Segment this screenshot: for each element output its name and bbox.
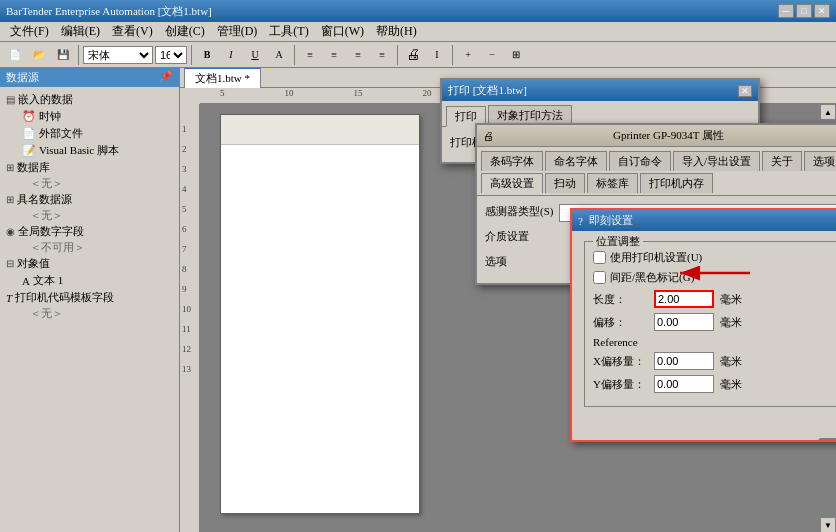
font-select[interactable]: 宋体	[83, 46, 153, 64]
printer-tab-custom[interactable]: 自订命令	[609, 151, 671, 171]
printer-tab-advanced[interactable]: 高级设置	[481, 173, 543, 193]
print-dialog-title-text: 打印 [文档1.btw]	[448, 83, 527, 98]
align-right-button[interactable]: ≡	[347, 45, 369, 65]
x-offset-unit: 毫米	[720, 354, 742, 369]
printer-tab-scan[interactable]: 扫动	[545, 173, 585, 193]
printer-tab-about[interactable]: 关于	[762, 151, 802, 171]
sidebar-item-external-file[interactable]: 📄 外部文件	[18, 125, 177, 142]
save-button[interactable]: 💾	[52, 45, 74, 65]
x-offset-label: X偏移量：	[593, 354, 648, 369]
sidebar-item-global[interactable]: ◉ 全局数字字段	[2, 223, 177, 240]
title-bar: BarTender Enterprise Automation [文档1.btw…	[0, 0, 836, 22]
sidebar-template-empty: ＜无＞	[2, 306, 177, 321]
align-left-button[interactable]: ≡	[299, 45, 321, 65]
use-printer-settings-label: 使用打印机设置(U)	[610, 250, 702, 265]
sidebar-db-empty: ＜无＞	[2, 176, 177, 191]
expand-named-icon: ⊞	[6, 194, 14, 205]
printer-tab-barcode[interactable]: 条码字体	[481, 151, 543, 171]
align-justify-button[interactable]: ≡	[371, 45, 393, 65]
menu-bar: 文件(F) 编辑(E) 查看(V) 创建(C) 管理(D) 工具(T) 窗口(W…	[0, 22, 836, 42]
sensor-label: 感测器类型(S)	[485, 204, 553, 219]
sidebar-item-database[interactable]: ⊞ 数据库	[2, 159, 177, 176]
printer-dialog-title-icon: 🖨	[483, 130, 494, 142]
zoom-out-button[interactable]: −	[481, 45, 503, 65]
sidebar-item-vbscript[interactable]: 📝 Visual Basic 脚本	[18, 142, 177, 159]
gap-label: 间距/黑色标记(G)	[610, 270, 694, 285]
toolbar-sep3	[294, 45, 295, 65]
bold-button[interactable]: B	[196, 45, 218, 65]
app-title: BarTender Enterprise Automation [文档1.btw…	[6, 4, 778, 19]
y-offset-row: Y偏移量： 毫米	[593, 375, 836, 393]
sidebar-item-embedded[interactable]: ▤ 嵌入的数据	[2, 91, 177, 108]
font-color-button[interactable]: A	[268, 45, 290, 65]
menu-window[interactable]: 窗口(W)	[315, 21, 370, 42]
stamp-close-button[interactable]: 关闭	[818, 415, 836, 440]
barcode-button[interactable]: I	[426, 45, 448, 65]
vb-icon: 📝	[22, 144, 36, 157]
maximize-button[interactable]: □	[796, 4, 812, 18]
align-center-button[interactable]: ≡	[323, 45, 345, 65]
external-file-label: 外部文件	[39, 126, 83, 141]
sidebar-pin-icon[interactable]: 📌	[159, 70, 173, 85]
length-input[interactable]	[654, 290, 714, 308]
font-size-select[interactable]: 16	[155, 46, 187, 64]
sidebar-item-object[interactable]: ⊟ 对象值	[2, 255, 177, 272]
length-label: 长度：	[593, 292, 648, 307]
menu-help[interactable]: 帮助(H)	[370, 21, 423, 42]
template-icon: T	[6, 292, 12, 304]
underline-button[interactable]: U	[244, 45, 266, 65]
gap-settings-row: 间距/黑色标记(G)	[593, 270, 836, 285]
open-button[interactable]: 📂	[28, 45, 50, 65]
print-dialog-close-button[interactable]: ✕	[738, 85, 752, 97]
sidebar-item-text1[interactable]: A 文本 1	[18, 272, 177, 289]
sidebar-item-template[interactable]: T 打印机代码模板字段	[2, 289, 177, 306]
offset-input[interactable]	[654, 313, 714, 331]
sidebar-header: 数据源 📌	[0, 68, 179, 87]
x-offset-row: X偏移量： 毫米	[593, 352, 836, 370]
sidebar-item-named[interactable]: ⊞ 具名数据源	[2, 191, 177, 208]
printer-tabs: 条码字体 命名字体 自订命令 导入/导出设置 关于 选项 高级设置 扫动 标签库…	[477, 147, 836, 196]
dialog-overlay: 打印 [文档1.btw] ✕ 打印 对象打印方法 打印机: 🖨 Gprinte	[180, 68, 836, 532]
x-offset-input[interactable]	[654, 352, 714, 370]
use-printer-settings-checkbox[interactable]	[593, 251, 606, 264]
file-icon: 📄	[22, 127, 36, 140]
media-label: 介质设置	[485, 229, 529, 244]
menu-file[interactable]: 文件(F)	[4, 21, 55, 42]
close-button-app[interactable]: ✕	[814, 4, 830, 18]
sidebar: 数据源 📌 ▤ 嵌入的数据 ⏰ 时钟 📄 外部文件 📝 Visual Basi	[0, 68, 180, 532]
expand-global-icon: ◉	[6, 226, 15, 237]
new-button[interactable]: 📄	[4, 45, 26, 65]
main-area: 数据源 📌 ▤ 嵌入的数据 ⏰ 时钟 📄 外部文件 📝 Visual Basi	[0, 68, 836, 532]
sidebar-item-clock[interactable]: ⏰ 时钟	[18, 108, 177, 125]
printer-tab-import[interactable]: 导入/导出设置	[673, 151, 760, 171]
toolbar-sep2	[191, 45, 192, 65]
printer-tab-label-lib[interactable]: 标签库	[587, 173, 638, 193]
stamp-body: 位置调整 使用打印机设置(U) 间距/黑色标记(G) 长度： 毫	[572, 231, 836, 425]
gap-checkbox[interactable]	[593, 271, 606, 284]
sidebar-global-empty: ＜不可用＞	[2, 240, 177, 255]
printer-tab-memory[interactable]: 打印机内存	[640, 173, 713, 193]
minimize-button[interactable]: ─	[778, 4, 794, 18]
menu-view[interactable]: 查看(V)	[106, 21, 159, 42]
expand-icon: ▤	[6, 94, 15, 105]
printer-dialog-title-text: Gprinter GP-9034T 属性	[613, 128, 724, 143]
zoom-in-button[interactable]: +	[457, 45, 479, 65]
grid-button[interactable]: ⊞	[505, 45, 527, 65]
y-offset-input[interactable]	[654, 375, 714, 393]
printer-tab-options[interactable]: 选项	[804, 151, 836, 171]
toolbar-sep4	[397, 45, 398, 65]
use-printer-settings-row: 使用打印机设置(U)	[593, 250, 836, 265]
menu-edit[interactable]: 编辑(E)	[55, 21, 106, 42]
embedded-label: 嵌入的数据	[18, 92, 73, 107]
object-label: 对象值	[17, 256, 50, 271]
menu-create[interactable]: 创建(C)	[159, 21, 211, 42]
italic-button[interactable]: I	[220, 45, 242, 65]
toolbar-sep5	[452, 45, 453, 65]
printer-tab-named[interactable]: 命名字体	[545, 151, 607, 171]
menu-manage[interactable]: 管理(D)	[211, 21, 264, 42]
print-button[interactable]: 🖨	[402, 45, 424, 65]
stamp-question-icon: ?	[578, 215, 583, 227]
menu-tools[interactable]: 工具(T)	[263, 21, 314, 42]
sidebar-title: 数据源	[6, 70, 39, 85]
options-label: 选项	[485, 254, 507, 269]
